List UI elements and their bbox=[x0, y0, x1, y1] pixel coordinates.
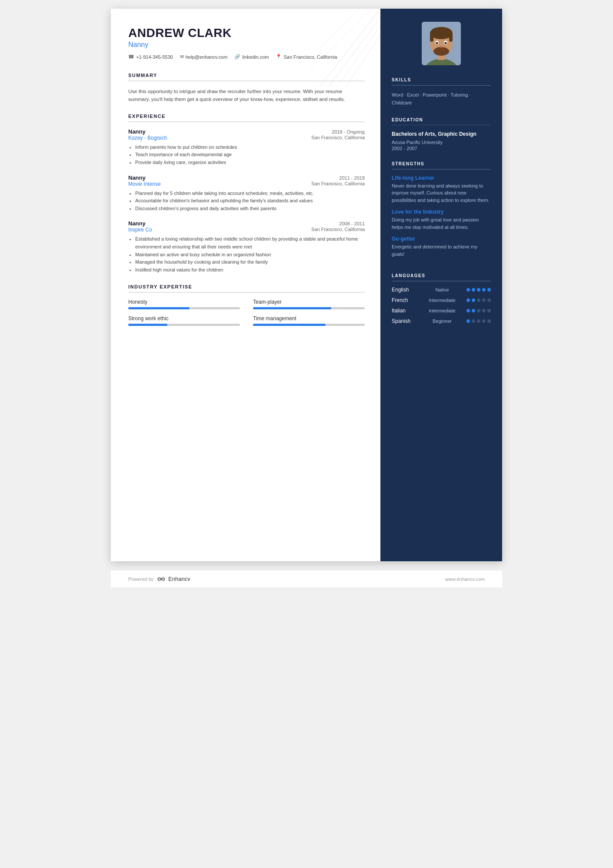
exp-location-3: San Francisco, California bbox=[311, 227, 365, 233]
linkedin-value: linkedin.com bbox=[242, 54, 269, 60]
summary-text: Use this opportunity to intrigue and dra… bbox=[128, 87, 365, 104]
expertise-label-honesty: Honesty bbox=[128, 299, 240, 305]
lang-name-italian: Italian bbox=[392, 308, 418, 314]
lang-dot bbox=[477, 319, 480, 323]
expertise-item-timemanagement: Time management bbox=[253, 315, 365, 326]
lang-dot bbox=[487, 288, 491, 292]
languages-heading: LANGUAGES bbox=[392, 273, 491, 278]
exp-bullet: Planned day for 5 children while taking … bbox=[135, 190, 365, 198]
lang-level-italian: Intermediate bbox=[425, 308, 460, 313]
strength-desc-gogetter: Energetic and determined to achieve my g… bbox=[392, 243, 491, 258]
lang-name-english: English bbox=[392, 287, 418, 293]
lang-dot bbox=[477, 298, 480, 302]
email-value: help@enhancv.com bbox=[186, 54, 228, 60]
lang-dots-spanish bbox=[466, 319, 491, 323]
skill-bar-track bbox=[128, 324, 240, 326]
skill-bar-fill bbox=[128, 307, 190, 309]
expertise-item-workethic: Strong work ethic bbox=[128, 315, 240, 326]
location-item: 📍 San Francisco, California bbox=[276, 54, 337, 60]
exp-bullets-2: Planned day for 5 children while taking … bbox=[128, 190, 365, 213]
location-icon: 📍 bbox=[276, 54, 282, 60]
exp-entry-3: Nanny 2008 - 2011 Inspire Co San Francis… bbox=[128, 220, 365, 274]
summary-heading: SUMMARY bbox=[128, 73, 365, 78]
edu-school: Azusa Pacific University bbox=[392, 140, 491, 145]
lang-dots-italian bbox=[466, 309, 491, 312]
exp-bullet: Discussed children's progress and daily … bbox=[135, 205, 365, 213]
experience-divider bbox=[128, 121, 365, 122]
experience-section: EXPERIENCE Nanny 2018 - Ongoing Kozey - … bbox=[128, 114, 365, 274]
enhancv-logo: Enhancv bbox=[157, 576, 190, 582]
lang-dot bbox=[466, 309, 470, 312]
exp-company-row-2: Movie Intense San Francisco, California bbox=[128, 181, 365, 187]
strengths-divider bbox=[392, 169, 491, 170]
lang-dot bbox=[472, 309, 475, 312]
strength-industry: Love for the Industry Doing my job with … bbox=[392, 209, 491, 231]
exp-header-2: Nanny 2011 - 2018 bbox=[128, 174, 365, 181]
exp-company-3: Inspire Co bbox=[128, 227, 152, 233]
lang-dot bbox=[477, 309, 480, 312]
right-panel: SKILLS Word · Excel · Powerpoint · Tutor… bbox=[380, 9, 502, 561]
linkedin-icon: 🔗 bbox=[234, 54, 240, 60]
svg-point-13 bbox=[433, 47, 449, 56]
exp-bullet: Accountable for children's behavior and … bbox=[135, 197, 365, 205]
lang-level-french: Intermediate bbox=[425, 298, 460, 303]
lang-dot bbox=[487, 309, 491, 312]
strengths-heading: STRENGTHS bbox=[392, 161, 491, 166]
lang-name-french: French bbox=[392, 297, 418, 303]
exp-bullet: Established a loving relationship with t… bbox=[135, 235, 365, 251]
lang-spanish: Spanish Beginner bbox=[392, 318, 491, 324]
exp-role-3: Nanny bbox=[128, 220, 146, 227]
exp-location-1: San Francisco, California bbox=[311, 135, 365, 141]
exp-bullet: Maintained an active and busy schedule i… bbox=[135, 251, 365, 259]
exp-header-3: Nanny 2008 - 2011 bbox=[128, 220, 365, 227]
phone-value: +1-914-345-5530 bbox=[136, 54, 173, 60]
lang-dot bbox=[472, 319, 475, 323]
lang-dot bbox=[466, 319, 470, 323]
lang-dot bbox=[487, 298, 491, 302]
skill-bar-fill bbox=[128, 324, 167, 326]
summary-divider bbox=[128, 80, 365, 81]
languages-section: LANGUAGES English Native French Int bbox=[392, 273, 491, 328]
expertise-item-honesty: Honesty bbox=[128, 299, 240, 309]
lang-dot bbox=[482, 309, 486, 312]
profile-photo bbox=[422, 22, 461, 65]
strength-desc-lifelong: Never done learning and always seeking t… bbox=[392, 182, 491, 204]
footer: Powered by Enhancv www.enhancv.com bbox=[111, 570, 502, 587]
exp-bullets-1: Inform parents how to put children on sc… bbox=[128, 144, 365, 167]
exp-entry-2: Nanny 2011 - 2018 Movie Intense San Fran… bbox=[128, 174, 365, 213]
lang-dot bbox=[482, 319, 486, 323]
exp-role-2: Nanny bbox=[128, 174, 146, 181]
lang-dot bbox=[487, 319, 491, 323]
languages-divider bbox=[392, 281, 491, 282]
strength-desc-industry: Doing my job with great love and passion… bbox=[392, 216, 491, 231]
exp-date-2: 2011 - 2018 bbox=[339, 175, 365, 181]
lang-dot bbox=[472, 288, 475, 292]
left-panel: ANDREW CLARK Nanny ☎ +1-914-345-5530 ✉ h… bbox=[111, 9, 380, 561]
phone-item: ☎ +1-914-345-5530 bbox=[128, 54, 173, 60]
summary-section: SUMMARY Use this opportunity to intrigue… bbox=[128, 73, 365, 103]
strength-gogetter: Go-getter Energetic and determined to ac… bbox=[392, 236, 491, 258]
skill-bar-track bbox=[253, 307, 365, 309]
strength-name-lifelong: Life-long Learner bbox=[392, 175, 491, 181]
expertise-item-teamplayer: Team-player bbox=[253, 299, 365, 309]
email-item: ✉ help@enhancv.com bbox=[180, 54, 228, 60]
exp-header-1: Nanny 2018 - Ongoing bbox=[128, 128, 365, 135]
email-icon: ✉ bbox=[180, 54, 184, 60]
expertise-section: INDUSTRY EXPERTISE Honesty Team-player bbox=[128, 284, 365, 326]
skills-divider bbox=[392, 85, 491, 86]
skill-bar-track bbox=[128, 307, 240, 309]
lang-level-spanish: Beginner bbox=[425, 318, 460, 324]
location-value: San Francisco, California bbox=[283, 54, 337, 60]
lang-english: English Native bbox=[392, 287, 491, 293]
brand-name: Enhancv bbox=[168, 576, 190, 582]
job-title: Nanny bbox=[128, 41, 295, 49]
skills-section: SKILLS Word · Excel · Powerpoint · Tutor… bbox=[392, 77, 491, 107]
name-block: ANDREW CLARK Nanny bbox=[128, 26, 365, 49]
exp-company-row-1: Kozey - Bogisich San Francisco, Californ… bbox=[128, 135, 365, 141]
svg-point-17 bbox=[445, 42, 447, 44]
expertise-label-timemanagement: Time management bbox=[253, 315, 365, 322]
education-section: EDUCATION Bachelors of Arts, Graphic Des… bbox=[392, 117, 491, 151]
lang-dot bbox=[466, 298, 470, 302]
powered-by-text: Powered by bbox=[128, 576, 153, 582]
lang-level-english: Native bbox=[425, 287, 460, 292]
